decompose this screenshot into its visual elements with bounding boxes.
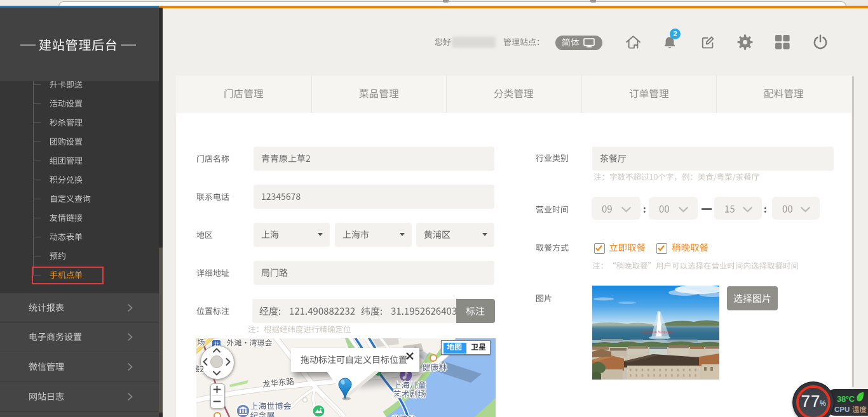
svg-text:shangh.ai 500px.me: shangh.ai 500px.me: [642, 330, 674, 334]
